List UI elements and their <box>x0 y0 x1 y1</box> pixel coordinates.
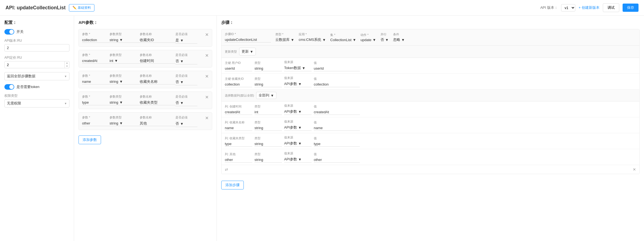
primary-userid-source-value: Token数据 <box>284 66 301 70</box>
main-content: 配置： 开关 API版本:RU API定价:RU ▲ ▼ <box>0 16 644 241</box>
primary-userid-type-select[interactable]: string <box>254 66 282 71</box>
primary-key-userid-source-col: 值来源 Token数据 ▼ <box>284 60 312 71</box>
col-type-value-input[interactable] <box>314 141 360 147</box>
primary-coll-value-input[interactable] <box>314 82 360 87</box>
columns-all-select[interactable]: 全部列 ▼ <box>256 92 276 99</box>
col-createdat-source-value: API参数 <box>284 109 297 114</box>
top-bar-left: API: updateCollectionList ✏️ 基础资料 <box>5 4 94 12</box>
price-arrows: ▲ ▼ <box>65 61 69 68</box>
param-delete-name[interactable]: ✕ <box>205 74 209 79</box>
param-col-required-collection: 是否必须 是 ▼ <box>175 32 197 44</box>
param-col-label-createdat: 参数名称 <box>140 53 175 64</box>
step-app-chevron-icon: ▼ <box>322 38 326 42</box>
param-delete-type[interactable]: ✕ <box>205 95 209 100</box>
add-param-button[interactable]: 添加参数 <box>79 135 101 144</box>
col-createdat-type-select[interactable]: int <box>254 109 282 115</box>
param-label-input-collection[interactable] <box>140 37 175 43</box>
param-input-name[interactable] <box>82 79 110 84</box>
step-delete-icon[interactable]: ✕ <box>633 167 636 172</box>
primary-userid-source-select[interactable]: Token数据 ▼ <box>284 65 312 71</box>
steps-section-title: 步骤： <box>221 20 640 25</box>
col-type-source-select[interactable]: API参数 ▼ <box>284 140 312 147</box>
api-price-input[interactable] <box>5 62 65 68</box>
update-type-select[interactable]: 更新 ▼ <box>239 48 256 55</box>
param-label-input-name[interactable] <box>140 79 175 84</box>
step-condition-select[interactable]: 忽略 ▼ <box>393 37 405 42</box>
col-name-source-col: 值来源 API参数 ▼ <box>284 120 312 131</box>
param-type-select-other[interactable]: string ▼ <box>110 121 140 126</box>
primary-userid-value-input[interactable] <box>314 66 360 71</box>
create-version-link[interactable]: + 创建新版本 <box>579 5 600 10</box>
step-id-input[interactable] <box>225 37 271 42</box>
token-item: 是否需要token <box>4 84 69 90</box>
primary-coll-source-select[interactable]: API参数 ▼ <box>284 81 312 87</box>
param-label-input-other[interactable] <box>140 121 175 126</box>
source-chevron-icon: ▼ <box>302 66 306 70</box>
col-createdat-value-input[interactable] <box>314 109 360 115</box>
param-type-select-name[interactable]: string ▼ <box>110 79 140 84</box>
add-step-button[interactable]: 添加步骤 <box>221 181 244 189</box>
price-down-arrow[interactable]: ▼ <box>65 65 69 68</box>
param-input-createdat[interactable] <box>82 58 110 64</box>
col-name-type-select[interactable]: string <box>254 125 282 131</box>
param-delete-collection[interactable]: ✕ <box>205 32 209 37</box>
step-collection-select[interactable]: CollectionList ▼ <box>330 38 356 42</box>
other-source-chevron-icon: ▼ <box>298 157 302 161</box>
step-action-select[interactable]: update ▼ <box>360 38 376 42</box>
param-delete-other[interactable]: ✕ <box>205 115 209 121</box>
param-required-select-type[interactable]: 否 ▼ <box>175 100 197 106</box>
col-other-type-select[interactable]: string <box>254 157 282 163</box>
type-chevron-icon: ▼ <box>119 38 123 42</box>
param-input-type[interactable] <box>82 100 110 105</box>
param-label-input-createdat[interactable] <box>140 58 175 64</box>
col-name-type-value: string <box>254 126 263 130</box>
param-required-select-name[interactable]: 否 ▼ <box>175 79 197 85</box>
step-id-col: 步骤ID * <box>225 32 271 42</box>
step-condition-col: 条件 忽略 ▼ <box>393 32 405 42</box>
step-parallel-col: 并行 否 ▼ <box>380 32 389 42</box>
price-up-arrow[interactable]: ▲ <box>65 61 69 65</box>
param-col-label-name: 参数名称 <box>140 74 175 84</box>
param-input-collection[interactable] <box>82 37 110 43</box>
col-name-source-select[interactable]: API参数 ▼ <box>284 124 312 131</box>
primary-key-userid-row: 主键 用户ID userId 类型 string 值来源 Token数据 ▼ <box>222 58 639 74</box>
param-col-name-other: 参数 * <box>82 115 110 126</box>
param-required-select-collection[interactable]: 是 ▼ <box>175 37 197 44</box>
api-version-label: API 版本： <box>540 5 558 10</box>
save-button[interactable]: 保存 <box>623 4 639 12</box>
step-app-select[interactable]: cms:CMS系统 ▼ <box>299 37 326 42</box>
param-type-select-createdat[interactable]: int ▼ <box>110 58 140 64</box>
col-createdat-source-select[interactable]: API参数 ▼ <box>284 109 312 115</box>
primary-coll-type-select[interactable]: string <box>254 82 282 87</box>
col-type-type-select[interactable]: string <box>254 141 282 147</box>
version-select[interactable]: v1 <box>561 4 575 12</box>
param-input-other[interactable] <box>82 121 110 126</box>
step-action-chevron-icon: ▼ <box>373 38 376 42</box>
col-type-value-col: 值 <box>314 136 360 147</box>
col-name-value-input[interactable] <box>314 125 360 131</box>
param-type-select-collection[interactable]: string ▼ <box>110 37 140 43</box>
api-version-input[interactable] <box>4 44 69 52</box>
param-group-collection: 参数 * 参数类型 string ▼ 参数名称 是否必须 <box>79 29 212 47</box>
param-required-select-other[interactable]: 否 ▼ <box>175 121 197 127</box>
param-required-select-createdat[interactable]: 否 ▼ <box>175 58 197 64</box>
col-other-value-input[interactable] <box>314 157 360 163</box>
edit-button[interactable]: ✏️ 基础资料 <box>69 4 94 12</box>
param-col-label-type: 参数名称 <box>140 95 175 105</box>
param-type-select-type[interactable]: string ▼ <box>110 100 140 105</box>
primary-key-userid-label-col: 主键 用户ID userId <box>225 61 252 71</box>
param-delete-createdat[interactable]: ✕ <box>205 53 209 58</box>
primary-coll-type-col: 类型 string <box>254 77 282 87</box>
step-reorder-icon[interactable]: ⇄ <box>225 167 228 172</box>
step-type-select[interactable]: 云数据库 ▼ <box>275 37 294 42</box>
param-col-name-createdat: 参数 * <box>82 53 110 64</box>
col-other-source-select[interactable]: API参数 ▼ <box>284 156 312 163</box>
config-panel: 配置： 开关 API版本:RU API定价:RU ▲ ▼ <box>0 16 74 241</box>
permission-select[interactable]: 无需权限 ▼ <box>4 99 69 107</box>
switch-toggle[interactable] <box>4 29 14 35</box>
return-steps-select[interactable]: 返回全部步骤数据 ▼ <box>4 72 69 80</box>
step-parallel-select[interactable]: 否 ▼ <box>380 37 389 42</box>
debug-button[interactable]: 调试 <box>603 3 619 12</box>
param-label-input-type[interactable] <box>140 100 175 105</box>
token-toggle[interactable] <box>4 84 14 90</box>
